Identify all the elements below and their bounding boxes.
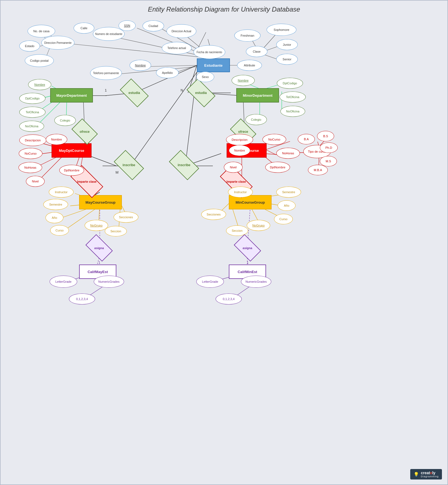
attr-min-secciones: Secciones (201, 209, 226, 220)
attr-ciudad: Ciudad (143, 20, 164, 31)
entity-min-course-group: MinCourseGroup (229, 195, 272, 209)
attr-codigo-postal: Codigo postal (25, 54, 54, 67)
attr-min-semestre: Semestre (276, 187, 301, 198)
attr-apellido: Apellido (156, 67, 179, 78)
entity-estudiante: Estudiante (197, 58, 230, 72)
entity-label: CalifMinEst (238, 270, 257, 274)
attr-min-seccion: Seccion (226, 225, 248, 236)
attr-min-nombre-course: Nombre (229, 145, 250, 156)
attr-may-nogrupo: NoGrupo (85, 220, 108, 231)
attr-may-teloficina: TelOficina (19, 107, 45, 118)
attr-bs: B.S (317, 131, 334, 141)
attr-min-curso: Curso (274, 214, 293, 224)
attr-min-instructor: Instructor (228, 187, 253, 198)
attr-may-colegio: Colegio (54, 115, 76, 126)
svg-text:1: 1 (247, 261, 249, 265)
attr-min-numericgrades: NumericGrades (241, 276, 271, 288)
attr-calle: Calle (74, 23, 94, 34)
attr-attribute: Attribute (237, 60, 262, 71)
attr-may-curso: Curso (50, 225, 69, 236)
entity-label: MinCourseGroup (235, 200, 265, 204)
svg-text:N: N (181, 88, 183, 92)
entity-label: MayDptCourse (59, 149, 84, 153)
attr-min-nocurso: NoCurso (262, 134, 286, 145)
attr-may-nombre: Nombre (28, 79, 51, 90)
attr-may-nombre-course: Nombre (46, 134, 67, 145)
attr-min-nohoras: NoHoras (276, 148, 300, 159)
attr-ba: B.A (298, 134, 315, 144)
attr-sophomore: Sophomore (267, 24, 296, 36)
page-title: Entity Relationship Diagram for Universi… (148, 6, 300, 13)
attr-senior: Senior (276, 54, 298, 65)
attr-ssn: SSN (119, 20, 136, 31)
attr-direccion-permanente: Direccion Permanente (41, 36, 74, 50)
rel-ofrece-1: ofrece (74, 124, 96, 139)
svg-text:1: 1 (105, 88, 107, 92)
attr-junior: Junior (276, 39, 298, 50)
attr-ms: M.S (320, 156, 337, 166)
attr-may-instructor: Instructor (49, 187, 74, 198)
creately-logo: 💡 creately Diagramming (410, 469, 442, 479)
attr-min-nooficina: NoOficina (280, 106, 305, 117)
rel-imparte-clase-1: Imparte clase (72, 174, 102, 190)
entity-minor-department: MinorDepartment (236, 88, 279, 103)
rel-asigna-1: asigna (87, 240, 111, 255)
attr-min-dptnombre: DptNombre (265, 162, 290, 173)
attr-min-01234: 0,1,2,3,4 (216, 293, 242, 305)
entity-may-dpt-course: MayDptCourse (52, 143, 92, 158)
attr-may-01234: 0,1,2,3,4 (69, 293, 95, 305)
entity-mayor-department: MayorDepartment (50, 88, 93, 103)
entity-label: Estudiante (204, 63, 222, 68)
attr-may-dptcodigo: DptCodigo (19, 93, 45, 104)
attr-may-numericgrades: NumericGrades (94, 276, 124, 288)
attr-min-dptcodigo: DptCodigo (277, 78, 303, 89)
attr-direccion-actual: Direccion Actual (167, 24, 196, 38)
attr-phd: Ph.D (320, 142, 338, 153)
entity-label: MinorDepartment (243, 93, 273, 98)
entity-may-course-group: MayCourseGroup (79, 195, 122, 209)
svg-line-6 (65, 43, 213, 58)
attr-may-nooficina: NoOficina (19, 121, 44, 132)
attr-may-descripcion: Descripcion (19, 134, 46, 146)
attr-clase: Clase (246, 46, 267, 57)
attr-may-lettergrade: LetterGrade (50, 276, 77, 288)
attr-fecha-nacimiento: Fecha de nacimiento (194, 45, 225, 59)
attr-min-nombre: Nombre (232, 75, 255, 86)
logo-text-bottom: Diagramming (421, 475, 439, 478)
attr-min-lettergrade: LetterGrade (196, 276, 224, 288)
attr-min-nivel: Nivel (224, 162, 243, 173)
attr-may-nocurso: NoCurso (19, 148, 42, 159)
attr-min-ano: Año (278, 200, 296, 211)
attr-may-secciones: Secciones (114, 212, 138, 223)
entity-label: MayorDepartment (56, 93, 87, 98)
attr-numero-estudiante: Numero de estudiante (93, 27, 125, 41)
attr-telefono-permanente: Telefono permanente (90, 66, 122, 80)
attr-may-seccion: Seccion (105, 226, 127, 236)
svg-line-9 (109, 67, 197, 75)
attr-mba: M.B.A (308, 165, 328, 175)
attr-sexo: Sexo (196, 72, 214, 82)
rel-asigna-2: asigna (236, 240, 259, 255)
attr-may-ano: Año (45, 212, 63, 223)
attr-freshman: Freshman (234, 29, 261, 42)
logo-bulb-icon: 💡 (414, 472, 419, 477)
connection-lines: N N 1 1 1 1 M M N N 1 1 (1, 1, 448, 485)
rel-estudia-1: estudia (122, 85, 147, 101)
rel-inscribe-2: inscribe (171, 157, 197, 173)
attr-telefono-actual: Telefono actual (162, 42, 192, 54)
rel-inscribe-1: inscribe (116, 157, 142, 173)
attr-min-nogrupo: NoGrupo (247, 220, 270, 231)
entity-label: MayCourseGroup (85, 200, 116, 204)
attr-may-nivel: Nivel (26, 176, 45, 187)
entity-label: CalifMayEst (88, 270, 108, 274)
attr-min-descripcion: Descripcion (226, 134, 253, 146)
attr-estado: Estado (19, 41, 40, 52)
attr-may-semestre: Semestre (43, 199, 68, 210)
attr-min-teloficina: TelOficina (280, 91, 306, 103)
rel-estudia-2: estudia (189, 85, 213, 101)
attr-min-colegio: Colegio (245, 114, 267, 125)
attr-nombre-estudiante: Nombre (130, 60, 151, 71)
attr-no-de-casa: No. de casa (28, 25, 55, 37)
attr-may-dptnombre: DptNombre (59, 165, 84, 176)
logo-text-top: creately (421, 471, 439, 475)
